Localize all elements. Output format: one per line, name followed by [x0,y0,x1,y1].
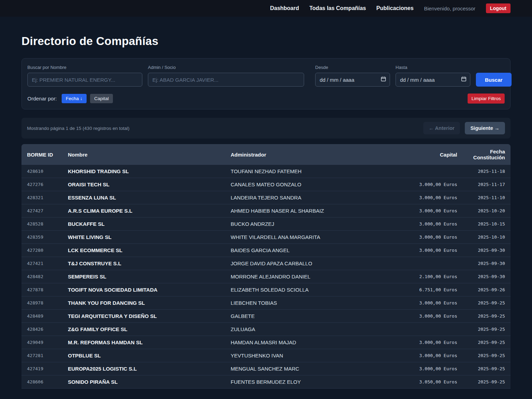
cell-capital: 3.000,00 Euros [396,296,465,310]
table-row[interactable]: 427280 LCK ECOMMERCE SL BAIDES GARCIA AN… [21,244,511,257]
cell-capital: 3.000,00 Euros [396,349,465,362]
sort-by-date-button[interactable]: Fecha ↓ [62,94,87,103]
table-header-row: BORME ID Nombre Administrador Capital Fe… [21,144,511,165]
cell-administrator: HAMDAN ALMASRI MAJAD [225,336,396,349]
next-page-button[interactable]: Siguiente → [465,122,505,134]
pagination-bar: Mostrando página 1 de 15 (430 registros … [21,118,511,139]
navbar: Dashboard Todas las Compañías Publicacio… [0,0,532,17]
table-row[interactable]: 428528 BUCKAFFE SL BUCKO ANDRZEJ 3.000,0… [21,218,511,231]
admin-filter-input[interactable] [148,73,304,87]
table-row[interactable]: 428426 Z&G FAMILY OFFICE SL ZULUAGA 2025… [21,323,511,336]
table-row[interactable]: 429049 M.R. REFORMAS HAMDAN SL HAMDAN AL… [21,336,511,349]
date-from-input[interactable]: dd / mm / aaaa [315,73,390,87]
cell-administrator: ELIZABETH SOLEDAD SCIOLLA [225,283,396,296]
name-filter-input[interactable] [27,73,142,87]
cell-date: 2025-09-30 [465,244,511,257]
nav-all-companies[interactable]: Todas las Compañías [309,5,366,11]
cell-date: 2025-09-25 [465,336,511,349]
date-to-input[interactable]: dd / mm / aaaa [396,73,470,87]
cell-date: 2025-09-25 [465,310,511,323]
admin-filter-label: Admin / Socio [148,65,304,70]
page-title: Directorio de Compañías [21,35,511,48]
cell-administrator: TOUFANI NEZHAD FATEMEH [225,165,396,178]
cell-company-name: ORAISI TECH SL [62,178,225,191]
clear-filters-button[interactable]: Limpiar Filtros [468,94,505,104]
table-row[interactable]: 428606 SONIDO PIRAÑA SL FUENTES BERMUDEZ… [21,375,511,389]
cell-date: 2025-09-25 [465,323,511,336]
cell-borme-id: 427276 [21,178,62,191]
cell-company-name: LCK ECOMMERCE SL [62,244,225,257]
cell-administrator: BUCKO ANDRZEJ [225,218,396,231]
filter-panel: Buscar por Nombre Admin / Socio Desde dd… [21,58,511,109]
cell-administrator: CANALES MATEO GONZALO [225,178,396,191]
cell-borme-id: 428978 [21,296,62,310]
cell-capital: 3.000,00 Euros [396,191,465,204]
calendar-icon[interactable] [381,76,386,83]
table-row[interactable]: 427878 TOGIFT NOVA SOCIEDAD LIMITADA ELI… [21,283,511,296]
sort-by-capital-button[interactable]: Capital [90,94,113,103]
cell-date: 2025-09-25 [465,375,511,389]
cell-date: 2025-09-26 [465,283,511,296]
cell-company-name: EUROPA2025 LOGISTIC S.L [62,362,225,375]
cell-capital: 3.000,00 Euros [396,204,465,218]
cell-capital: 3.000,00 Euros [396,244,465,257]
table-row[interactable]: 428321 ESSENZA LUNA SL LANDEIRA TEJERO S… [21,191,511,204]
date-to-placeholder: dd / mm / aaaa [400,77,435,83]
cell-company-name: T&J CONSTRUYE S.L [62,257,225,270]
cell-date: 2025-11-10 [465,191,511,204]
cell-company-name: SEMPEREIS SL [62,270,225,283]
cell-borme-id: 427281 [21,349,62,362]
calendar-icon[interactable] [461,76,467,83]
previous-page-button[interactable]: ← Anterior [423,122,460,134]
table-row[interactable]: 427281 OTPBLUE SL YEVTUSHENKO IVAN 3.000… [21,349,511,362]
cell-company-name: M.R. REFORMAS HAMDAN SL [62,336,225,349]
cell-company-name: Z&G FAMILY OFFICE SL [62,323,225,336]
cell-administrator: MENGUAL SANCHEZ MARC [225,362,396,375]
table-row[interactable]: 427427 A.R.S CLIMA EUROPE S.L AHMED HABI… [21,204,511,218]
cell-borme-id: 427421 [21,257,62,270]
cell-administrator: YEVTUSHENKO IVAN [225,349,396,362]
cell-company-name: KHORSHID TRADING SL [62,165,225,178]
cell-date: 2025-09-25 [465,296,511,310]
cell-borme-id: 427878 [21,283,62,296]
cell-company-name: THANK YOU FOR DANCING SL [62,296,225,310]
welcome-text: Bienvenido, processor [424,6,475,11]
cell-capital: 3.000,00 Euros [396,310,465,323]
cell-administrator: LANDEIRA TEJERO SANDRA [225,191,396,204]
header-administrador: Administrador [225,144,396,165]
nav-dashboard[interactable]: Dashboard [270,5,299,11]
cell-borme-id: 428359 [21,231,62,244]
cell-company-name: ESSENZA LUNA SL [62,191,225,204]
cell-date: 2025-09-25 [465,349,511,362]
date-to-label: Hasta [396,65,470,70]
table-row[interactable]: 427419 EUROPA2025 LOGISTIC S.L MENGUAL S… [21,362,511,375]
nav-publications[interactable]: Publicaciones [376,5,414,11]
cell-borme-id: 428489 [21,310,62,323]
table-row[interactable]: 428482 SEMPEREIS SL MORRONE ALEJANDRO DA… [21,270,511,283]
date-from-label: Desde [315,65,390,70]
pagination-status: Mostrando página 1 de 15 (430 registros … [27,126,130,131]
logout-button[interactable]: Logout [486,3,511,13]
cell-administrator: ZULUAGA [225,323,396,336]
cell-borme-id: 428482 [21,270,62,283]
cell-capital: 6.751,00 Euros [396,283,465,296]
cell-administrator: AHMED HABIEB NASER AL SHARBAIZ [225,204,396,218]
table-row[interactable]: 428610 KHORSHID TRADING SL TOUFANI NEZHA… [21,165,511,178]
table-row[interactable]: 428359 WHITE LIVING SL WHITE VILARDELL A… [21,231,511,244]
table-row[interactable]: 428978 THANK YOU FOR DANCING SL LIEBCHEN… [21,296,511,310]
cell-date: 2025-09-30 [465,270,511,283]
companies-table: BORME ID Nombre Administrador Capital Fe… [21,144,511,389]
cell-borme-id: 427427 [21,204,62,218]
table-row[interactable]: 427276 ORAISI TECH SL CANALES MATEO GONZ… [21,178,511,191]
table-row[interactable]: 427421 T&J CONSTRUYE S.L JORGE DAVID APA… [21,257,511,270]
cell-company-name: OTPBLUE SL [62,349,225,362]
cell-capital: 3.050,00 Euros [396,375,465,389]
table-row[interactable]: 428489 TEGI ARQUITECTURA Y DISEÑO SL GAL… [21,310,511,323]
cell-capital [396,323,465,336]
cell-administrator: LIEBCHEN TOBIAS [225,296,396,310]
search-button[interactable]: Buscar [476,73,512,87]
cell-borme-id: 429049 [21,336,62,349]
cell-borme-id: 428610 [21,165,62,178]
header-nombre: Nombre [62,144,225,165]
cell-date: 2025-10-10 [465,231,511,244]
